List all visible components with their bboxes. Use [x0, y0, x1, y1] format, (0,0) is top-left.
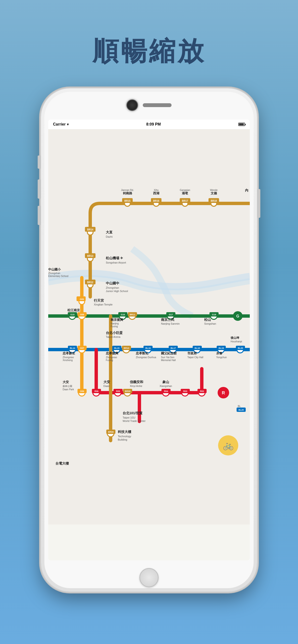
svg-text:忠孝復興: 忠孝復興 [106, 352, 118, 355]
svg-text:O08: O08 [80, 314, 84, 316]
svg-text:O06: O06 [80, 390, 84, 392]
svg-text:大直: 大直 [106, 230, 113, 234]
svg-text:國父紀念館: 國父紀念館 [161, 352, 177, 355]
metro-map-area[interactable]: BR15 剑南路 Jiannan Rd. BR16 西湖 Xihu BR17 港… [48, 129, 250, 560]
home-button[interactable] [139, 568, 159, 587]
svg-text:R05: R05 [116, 390, 120, 392]
svg-text:Zhongshan: Zhongshan [48, 272, 60, 274]
svg-text:Dazhi: Dazhi [106, 235, 112, 238]
svg-text:Daan: Daan [103, 384, 110, 388]
svg-text:BL14: BL14 [70, 347, 75, 349]
svg-text:BL15: BL15 [114, 347, 119, 349]
svg-text:Zhongshan: Zhongshan [106, 286, 119, 289]
svg-text:象山: 象山 [163, 380, 169, 384]
svg-text:Jiannan Rd.: Jiannan Rd. [121, 189, 134, 192]
svg-text:港墘: 港墘 [182, 192, 188, 195]
volume-up-button [38, 180, 41, 198]
svg-text:忠孝敦化: 忠孝敦化 [135, 352, 148, 355]
svg-text:BL17: BL17 [171, 347, 176, 349]
svg-text:文德: 文德 [211, 192, 217, 195]
phone-screen: Carrier ▾ 8:09 PM [48, 120, 250, 560]
svg-text:World Trade Center: World Trade Center [123, 420, 146, 422]
svg-text:R: R [222, 390, 225, 395]
svg-text:大安: 大安 [103, 380, 110, 384]
svg-rect-0 [48, 129, 250, 524]
svg-text:Songshan: Songshan [204, 322, 216, 325]
svg-text:Xinyi Anhe: Xinyi Anhe [130, 384, 142, 388]
svg-text:BL20: BL20 [238, 347, 243, 349]
svg-text:Taipei Arena: Taipei Arena [106, 336, 120, 338]
title-area: 順暢縮放 [92, 34, 206, 69]
svg-text:BR12: BR12 [87, 281, 93, 284]
svg-text:台北101/世貿: 台北101/世貿 [123, 411, 142, 415]
svg-text:G16: G16 [121, 314, 125, 316]
svg-text:Yongchun: Yongchun [216, 356, 227, 359]
svg-text:行天宮: 行天宮 [94, 298, 104, 302]
svg-text:BL16: BL16 [145, 347, 151, 349]
svg-text:Houshanpi: Houshanpi [231, 340, 242, 343]
svg-text:Fuxing: Fuxing [106, 359, 113, 362]
svg-text:Nanjing Sanmin: Nanjing Sanmin [161, 322, 180, 325]
camera-area [113, 96, 185, 115]
svg-text:BR10: BR10 [123, 347, 129, 349]
svg-text:科技大樓: 科技大樓 [117, 430, 131, 434]
svg-text:G15: G15 [70, 314, 74, 316]
svg-text:永春: 永春 [216, 352, 223, 355]
svg-text:🚲: 🚲 [223, 440, 234, 450]
svg-text:Wende: Wende [210, 189, 218, 192]
svg-text:G: G [236, 314, 239, 318]
svg-text:信義安和: 信義安和 [129, 380, 143, 384]
svg-text:後山埤: 後山埤 [230, 336, 239, 340]
svg-text:Fuxing: Fuxing [111, 325, 118, 328]
svg-text:台電大樓: 台電大樓 [55, 462, 69, 465]
svg-text:南京三民: 南京三民 [161, 318, 175, 322]
svg-text:Nanjing: Nanjing [111, 322, 119, 325]
volume-down-button [38, 206, 41, 225]
page-background: 順暢縮放 Carrier ▾ 8:09 PM [0, 0, 298, 644]
svg-text:Xihu: Xihu [154, 189, 159, 192]
svg-text:Zhongxiao: Zhongxiao [63, 356, 74, 359]
svg-text:BR13: BR13 [87, 255, 93, 257]
svg-text:松山機場 ✈: 松山機場 ✈ [106, 256, 123, 260]
svg-text:BR09: BR09 [125, 390, 130, 392]
svg-text:BR11: BR11 [129, 314, 135, 316]
svg-text:Xingtian Temple: Xingtian Temple [94, 303, 112, 306]
svg-text:忠孝新生: 忠孝新生 [62, 352, 75, 355]
svg-text:Memorial Hall: Memorial Hall [161, 359, 176, 362]
svg-text:Sun Yat-Sen: Sun Yat-Sen [161, 356, 175, 359]
silent-switch [38, 156, 41, 169]
svg-text:R03: R03 [183, 390, 187, 392]
svg-text:台北小巨蛋: 台北小巨蛋 [106, 331, 123, 335]
svg-text:森林公園: 森林公園 [63, 385, 72, 388]
svg-text:Zhongxiao Dunhua: Zhongxiao Dunhua [136, 356, 156, 359]
svg-text:BR14: BR14 [87, 228, 93, 231]
svg-text:Elementary School: Elementary School [48, 275, 68, 278]
svg-text:BR16: BR16 [153, 200, 159, 202]
svg-text:BR18: BR18 [211, 200, 217, 202]
svg-text:Technology: Technology [118, 435, 131, 438]
svg-text:O07: O07 [80, 347, 84, 349]
svg-text:G19: G19 [212, 314, 216, 316]
svg-text:Taipei City Hall: Taipei City Hall [187, 356, 203, 359]
svg-text:BL19: BL19 [219, 347, 224, 349]
status-left: Carrier ▾ [53, 122, 69, 126]
wifi-icon: ▾ [67, 122, 69, 126]
svg-text:Taipei 101/: Taipei 101/ [123, 416, 135, 419]
svg-text:大安: 大安 [62, 380, 69, 384]
status-bar: Carrier ▾ 8:09 PM [48, 120, 250, 129]
battery-fill [239, 124, 244, 125]
svg-text:Daan Park: Daan Park [63, 388, 74, 391]
status-time: 8:09 PM [146, 122, 161, 126]
svg-text:西湖: 西湖 [153, 192, 159, 195]
svg-text:松江南京: 松江南京 [67, 308, 80, 312]
svg-text:Xinsheng: Xinsheng [63, 359, 73, 362]
svg-text:BR08: BR08 [108, 431, 113, 433]
svg-text:R04: R04 [164, 390, 168, 392]
phone-frame: Carrier ▾ 8:09 PM [41, 88, 257, 592]
svg-text:剑南路: 剑南路 [123, 192, 132, 195]
svg-text:BR15: BR15 [124, 200, 130, 202]
svg-text:R02: R02 [200, 390, 204, 392]
svg-text:Building: Building [118, 438, 127, 441]
svg-text:南京復興: 南京復興 [111, 318, 123, 322]
svg-text:中山國小: 中山國小 [48, 268, 61, 271]
